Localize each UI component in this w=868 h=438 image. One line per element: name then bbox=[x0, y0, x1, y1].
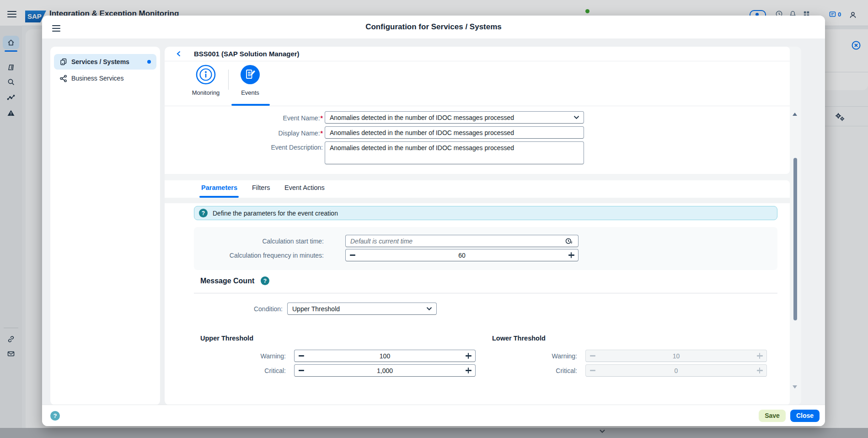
tab-parameters[interactable]: Parameters bbox=[201, 184, 237, 191]
lower-threshold-title: Lower Threshold bbox=[492, 335, 546, 342]
upper-warning-value[interactable] bbox=[308, 352, 461, 360]
nav-item-label: Services / Systems bbox=[71, 58, 129, 65]
decrease-button[interactable] bbox=[295, 365, 308, 376]
calculation-panel bbox=[194, 227, 777, 270]
monitoring-info-icon bbox=[195, 79, 216, 87]
nav-item-services-systems[interactable]: Services / Systems bbox=[54, 54, 156, 70]
tab-filters[interactable]: Filters bbox=[252, 184, 270, 191]
increase-button[interactable] bbox=[564, 249, 578, 261]
event-description-textarea[interactable]: Anomalies detected in the number of IDOC… bbox=[325, 141, 584, 164]
decrease-button[interactable] bbox=[295, 350, 308, 362]
dialog-title: Configuration for Services / Systems bbox=[42, 22, 825, 32]
dialog-nav-panel: Services / Systems Business Services bbox=[50, 47, 160, 405]
calc-frequency-stepper bbox=[345, 249, 579, 261]
upper-warning-label: Warning: bbox=[194, 352, 286, 360]
icon-tab-label: Monitoring bbox=[185, 89, 227, 96]
increase-button bbox=[753, 350, 766, 362]
dialog-header: Configuration for Services / Systems bbox=[42, 16, 825, 38]
upper-warning-stepper bbox=[294, 350, 476, 362]
nav-item-label: Business Services bbox=[71, 75, 123, 82]
condition-select[interactable]: Upper Threshold bbox=[287, 303, 437, 315]
calc-frequency-value[interactable] bbox=[359, 251, 564, 260]
message-count-help-icon[interactable]: ? bbox=[261, 276, 269, 285]
condition-value: Upper Threshold bbox=[288, 305, 426, 313]
decrease-button[interactable] bbox=[346, 249, 359, 261]
tab-event-actions[interactable]: Event Actions bbox=[284, 184, 325, 191]
upper-threshold-title: Upper Threshold bbox=[200, 335, 253, 342]
info-message-text: Define the parameters for the event crea… bbox=[213, 210, 338, 217]
event-header-section: BSS001 (SAP Solution Manager) Monitoring… bbox=[165, 47, 790, 174]
tab-events[interactable]: Events bbox=[229, 64, 271, 96]
nav-item-business-services[interactable]: Business Services bbox=[54, 70, 156, 86]
chevron-down-icon bbox=[426, 307, 432, 311]
lower-critical-stepper bbox=[585, 364, 767, 377]
screen: SAP Integration & Exception Monitoring 0 bbox=[0, 0, 868, 438]
decrease-button bbox=[586, 350, 600, 362]
increase-button bbox=[753, 365, 766, 376]
event-description-label: Event Description: bbox=[210, 144, 323, 151]
upper-critical-label: Critical: bbox=[194, 367, 286, 374]
scrollbar-up-arrow[interactable] bbox=[793, 113, 797, 116]
dialog-main-panel: BSS001 (SAP Solution Manager) Monitoring… bbox=[165, 47, 801, 405]
increase-button[interactable] bbox=[461, 350, 475, 362]
decrease-button bbox=[586, 365, 600, 376]
upper-critical-stepper bbox=[294, 364, 476, 377]
event-detail-section: Parameters Filters Event Actions ? Defin… bbox=[165, 180, 790, 405]
lower-warning-label: Warning: bbox=[486, 352, 577, 360]
condition-label: Condition: bbox=[191, 305, 283, 313]
lower-critical-label: Critical: bbox=[486, 367, 577, 374]
lower-critical-value bbox=[600, 367, 753, 375]
increase-button[interactable] bbox=[461, 365, 475, 376]
info-message-strip: ? Define the parameters for the event cr… bbox=[194, 206, 777, 220]
scrollbar-thumb[interactable] bbox=[793, 158, 797, 320]
tab-strip-divider bbox=[165, 198, 790, 203]
events-document-icon bbox=[240, 79, 261, 87]
icon-tab-label: Events bbox=[229, 89, 271, 96]
section-divider bbox=[194, 293, 777, 293]
selection-dot bbox=[147, 60, 151, 64]
help-circle-icon: ? bbox=[199, 209, 208, 217]
message-count-title: Message Count bbox=[200, 277, 254, 285]
chevron-down-icon bbox=[573, 115, 579, 119]
header-divider bbox=[165, 61, 790, 61]
systems-icon bbox=[59, 58, 68, 66]
save-button[interactable]: Save bbox=[759, 410, 786, 422]
event-name-select[interactable]: Anomalies detected in the number of IDOC… bbox=[325, 111, 584, 124]
display-name-label: Display Name:* bbox=[210, 130, 323, 137]
back-button[interactable] bbox=[176, 50, 182, 59]
calc-start-time-label: Calculation start time: bbox=[201, 238, 324, 245]
event-name-value: Anomalies detected in the number of IDOC… bbox=[325, 114, 573, 121]
upper-critical-value[interactable] bbox=[308, 367, 461, 375]
footer-help-button[interactable]: ? bbox=[50, 411, 60, 421]
event-name-label: Event Name:* bbox=[210, 114, 323, 122]
required-asterisk: * bbox=[321, 114, 323, 122]
icon-tab-divider bbox=[165, 106, 790, 106]
page-title: BSS001 (SAP Solution Manager) bbox=[194, 50, 300, 58]
display-name-input[interactable] bbox=[325, 126, 584, 139]
lower-warning-value bbox=[600, 352, 753, 360]
time-picker-icon[interactable] bbox=[565, 237, 573, 245]
lower-warning-stepper bbox=[585, 350, 767, 362]
tab-monitoring[interactable]: Monitoring bbox=[185, 64, 227, 96]
required-asterisk: * bbox=[321, 130, 323, 137]
scrollbar-down-arrow[interactable] bbox=[793, 385, 797, 389]
calc-frequency-label: Calculation frequency in minutes: bbox=[201, 252, 324, 259]
icon-tab-separator bbox=[228, 70, 229, 90]
calc-start-time-input[interactable] bbox=[345, 235, 579, 247]
close-button[interactable]: Close bbox=[790, 410, 820, 422]
share-icon bbox=[59, 74, 68, 82]
configuration-dialog: Configuration for Services / Systems Ser… bbox=[42, 16, 825, 426]
dialog-footer: ? Save Close bbox=[42, 405, 825, 426]
